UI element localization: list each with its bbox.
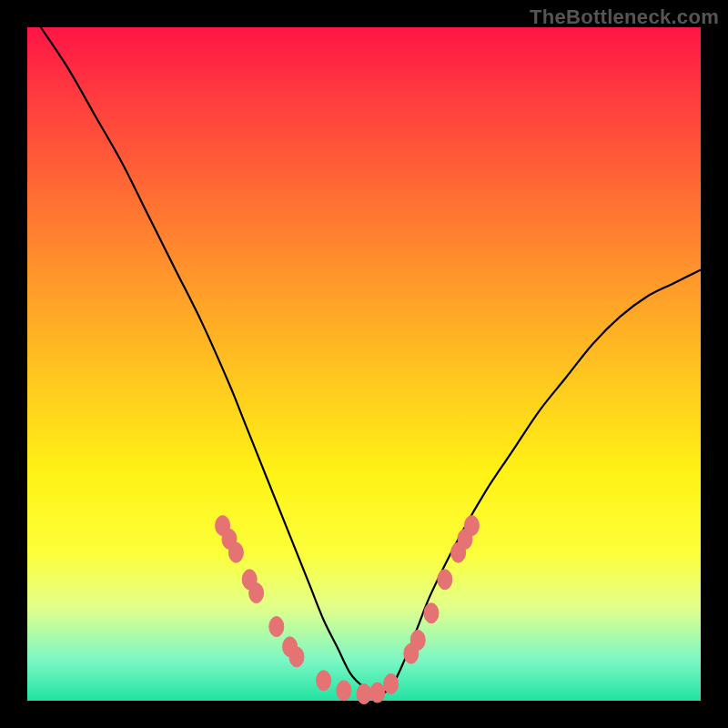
data-marker: [438, 570, 452, 590]
marker-group: [216, 516, 480, 704]
watermark-text: TheBottleneck.com: [530, 5, 719, 29]
curve-svg: [27, 27, 701, 701]
bottleneck-curve: [41, 27, 701, 694]
data-marker: [464, 516, 479, 536]
data-marker: [370, 682, 385, 703]
data-marker: [384, 674, 399, 694]
data-marker: [317, 671, 331, 691]
data-marker: [357, 684, 371, 704]
data-marker: [410, 630, 425, 650]
data-marker: [424, 603, 439, 623]
data-marker: [269, 617, 284, 637]
chart-frame: TheBottleneck.com: [0, 0, 728, 728]
data-marker: [228, 542, 243, 562]
data-marker: [337, 681, 351, 701]
data-marker: [249, 583, 264, 603]
plot-area: [27, 27, 701, 701]
data-marker: [289, 647, 304, 667]
